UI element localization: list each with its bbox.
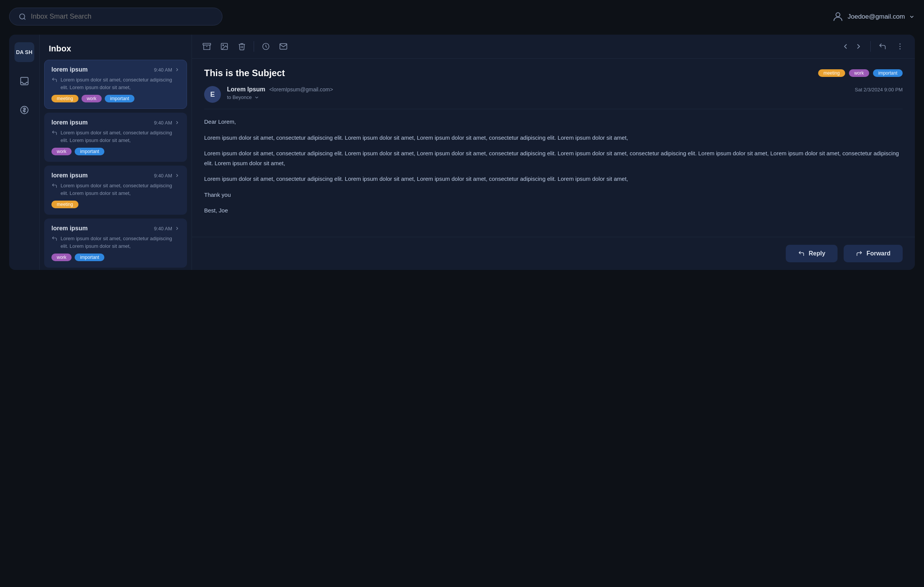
prev-email-button[interactable] — [840, 41, 851, 52]
user-email: Joedoe@gmail.com — [848, 13, 905, 21]
reply-toolbar-button[interactable] — [877, 41, 888, 52]
chevron-right-nav-icon — [854, 42, 863, 51]
body-closing1: Thank you — [204, 190, 903, 200]
email-item-2[interactable]: lorem ipsum 9:40 AM Lorem ipsum dolor si… — [44, 113, 187, 162]
email-subject: This is the Subject — [204, 68, 285, 79]
recipient-row[interactable]: to Beyonce — [227, 94, 903, 100]
reply-preview-icon — [51, 77, 58, 83]
svg-point-11 — [899, 46, 901, 47]
tag-important-4: important — [75, 253, 104, 261]
user-avatar-icon — [832, 11, 844, 23]
svg-point-8 — [223, 44, 224, 46]
subject-tag-important: important — [873, 69, 903, 77]
svg-line-1 — [24, 18, 26, 20]
sidebar-item-inbox[interactable] — [15, 71, 34, 91]
email-item-1[interactable]: lorem ipsum 9:40 AM Lorem ipsum dolor si… — [44, 60, 187, 109]
to-label: to Beyonce — [227, 94, 252, 100]
chevron-right-icon-4 — [175, 226, 180, 231]
email-meta: E Lorem Ipsum <loremIpsum@gmail.com> Sat… — [204, 86, 903, 109]
tag-work-1: work — [81, 95, 102, 102]
email-sender-2: lorem ipsum — [51, 119, 87, 126]
svg-point-12 — [899, 48, 901, 49]
sender-name-row: Lorem Ipsum <loremIpsum@gmail.com> Sat 2… — [227, 86, 903, 93]
reply-preview-icon-4 — [51, 236, 58, 242]
email-date: Sat 2/3/2024 9:00 PM — [855, 87, 903, 92]
archive-button[interactable] — [201, 41, 213, 52]
body-closing2: Best, Joe — [204, 206, 903, 215]
forward-icon — [856, 250, 863, 257]
email-sender-4: lorem ipsum — [51, 225, 87, 232]
svg-rect-5 — [203, 43, 211, 45]
email-item-3[interactable]: lorem ipsum 9:40 AM Lorem ipsum dolor si… — [44, 166, 187, 215]
email-time-3: 9:40 AM — [154, 173, 180, 179]
sender-details: Lorem Ipsum <loremIpsum@gmail.com> Sat 2… — [227, 86, 903, 100]
trash-icon — [238, 42, 246, 51]
reply-preview-icon-3 — [51, 183, 58, 189]
recipient-chevron-icon — [254, 95, 259, 100]
search-input[interactable] — [31, 13, 213, 21]
email-footer: Reply Forward — [192, 237, 915, 270]
email-toolbar — [192, 35, 915, 59]
clock-icon — [262, 42, 270, 51]
email-tags-4: work important — [51, 253, 180, 261]
forward-button[interactable]: Forward — [844, 245, 903, 262]
image-icon — [220, 42, 229, 51]
body-greeting: Dear Lorem, — [204, 117, 903, 127]
tag-meeting-3: meeting — [51, 201, 78, 208]
sender-email: <loremIpsum@gmail.com> — [269, 86, 333, 92]
svg-point-0 — [20, 14, 25, 19]
email-time-2: 9:40 AM — [154, 120, 180, 126]
email-list: lorem ipsum 9:40 AM Lorem ipsum dolor si… — [40, 60, 191, 270]
search-icon — [19, 13, 26, 21]
dollar-icon — [20, 105, 29, 115]
tag-work-4: work — [51, 253, 72, 261]
reply-button-label: Reply — [808, 250, 825, 257]
image-button[interactable] — [219, 41, 230, 52]
reply-toolbar-icon — [878, 42, 887, 51]
more-button[interactable] — [894, 41, 906, 52]
subject-tag-work: work — [849, 69, 869, 77]
sidebar-item-dollar[interactable] — [15, 100, 34, 120]
email-tags-1: meeting work important — [51, 95, 180, 102]
inbox-header: Inbox — [40, 35, 191, 60]
email-tags-3: meeting — [51, 201, 180, 208]
email-sender-1: lorem ipsum — [51, 66, 87, 73]
sidebar-logo: DA SH — [15, 42, 34, 62]
mail-button[interactable] — [278, 41, 289, 52]
user-info[interactable]: Joedoe@gmail.com — [832, 11, 915, 23]
email-view-panel: This is the Subject meeting work importa… — [192, 35, 915, 270]
next-email-button[interactable] — [853, 41, 864, 52]
tag-meeting-1: meeting — [51, 95, 78, 102]
body-paragraph2: Lorem ipsum dolor sit amet, consectetur … — [204, 148, 903, 168]
svg-point-2 — [836, 13, 840, 17]
sender-avatar: E — [204, 86, 221, 103]
email-preview-3: Lorem ipsum dolor sit amet, consectetur … — [51, 182, 180, 197]
email-time-4: 9:40 AM — [154, 226, 180, 232]
sender-name: Lorem Ipsum — [227, 86, 265, 92]
chevron-right-icon — [175, 67, 180, 72]
toolbar-nav — [840, 41, 864, 52]
email-preview-4: Lorem ipsum dolor sit amet, consectetur … — [51, 235, 180, 250]
subject-tag-meeting: meeting — [818, 69, 845, 77]
sender-name-email: Lorem Ipsum <loremIpsum@gmail.com> — [227, 86, 333, 93]
toolbar-divider-2 — [870, 41, 871, 52]
chevron-down-icon — [909, 14, 915, 20]
delete-button[interactable] — [236, 41, 248, 52]
email-time-1: 9:40 AM — [154, 67, 180, 73]
tag-important-1: important — [105, 95, 134, 102]
reply-button[interactable]: Reply — [786, 245, 838, 262]
reply-preview-icon-2 — [51, 130, 58, 136]
chevron-right-icon-3 — [175, 173, 180, 178]
email-item-4[interactable]: lorem ipsum 9:40 AM Lorem ipsum dolor si… — [44, 219, 187, 268]
more-icon — [896, 42, 904, 51]
sidebar: DA SH — [9, 35, 40, 270]
body-paragraph1: Lorem ipsum dolor sit amet, consectetur … — [204, 133, 903, 143]
topbar: Joedoe@gmail.com — [9, 8, 915, 26]
email-list-panel: Inbox lorem ipsum 9:40 AM Lorem ipsum do… — [40, 35, 192, 270]
svg-point-10 — [899, 43, 901, 44]
search-box[interactable] — [9, 8, 223, 26]
toolbar-divider-1 — [254, 41, 254, 52]
main-layout: DA SH Inbox lorem ipsum 9:40 AM — [9, 35, 915, 270]
forward-button-label: Forward — [866, 250, 891, 257]
clock-button[interactable] — [260, 41, 272, 52]
